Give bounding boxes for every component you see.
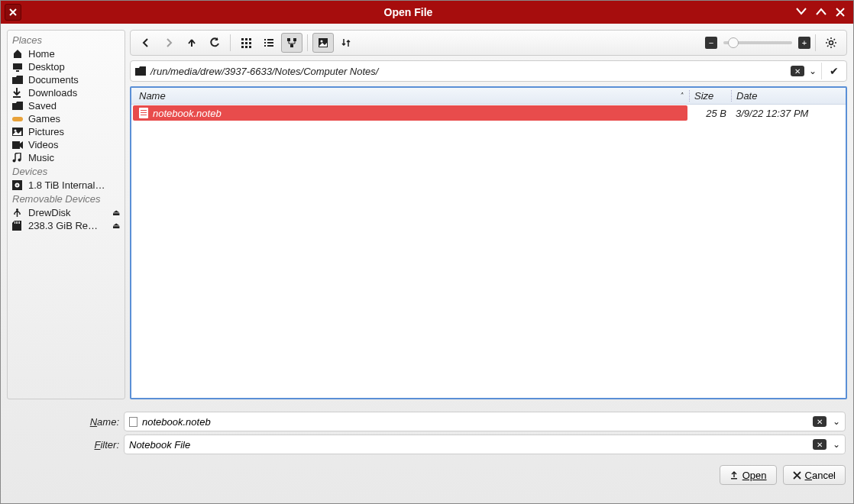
svg-rect-2 <box>13 96 21 98</box>
zoom-in-button[interactable]: + <box>798 37 810 49</box>
svg-rect-23 <box>241 46 244 48</box>
svg-rect-17 <box>241 38 244 40</box>
sidebar-item-label: DrewDisk <box>28 207 71 218</box>
file-icon <box>139 108 148 118</box>
svg-rect-33 <box>293 38 296 41</box>
forward-button[interactable] <box>158 33 180 53</box>
minimize-icon[interactable] <box>795 7 807 18</box>
svg-rect-14 <box>16 221 17 224</box>
sort-button[interactable] <box>335 33 357 53</box>
column-date-header[interactable]: Date <box>731 90 846 102</box>
sidebar-item-label: Music <box>28 152 54 163</box>
svg-rect-27 <box>267 39 273 40</box>
preview-button[interactable] <box>312 33 334 53</box>
open-button[interactable]: Open <box>720 465 777 485</box>
places-sidebar: Places HomeDesktopDocumentsDownloadsSave… <box>7 30 125 399</box>
file-date: 3/9/22 12:37 PM <box>731 108 846 119</box>
sidebar-item-label: Pictures <box>28 126 64 137</box>
toolbar: − + <box>130 30 847 56</box>
places-item[interactable]: Games <box>8 112 125 125</box>
svg-rect-18 <box>245 38 247 40</box>
svg-rect-25 <box>249 46 251 48</box>
music-icon <box>12 153 24 163</box>
places-item[interactable]: Music <box>8 151 125 164</box>
svg-rect-15 <box>18 221 18 224</box>
svg-rect-34 <box>290 44 293 47</box>
devices-header: Devices <box>8 164 125 179</box>
sidebar-item-label: Saved <box>28 100 57 111</box>
name-label: Name: <box>8 416 119 428</box>
file-list: Name ˄ Size Date notebook.noteb25 B3/9/2… <box>130 86 847 399</box>
folder-icon <box>135 66 146 76</box>
svg-rect-38 <box>731 478 737 480</box>
icon-view-button[interactable] <box>235 33 257 53</box>
list-view-button[interactable] <box>258 33 280 53</box>
up-button[interactable] <box>181 33 202 53</box>
eject-icon[interactable]: ⏏ <box>112 208 120 218</box>
zoom-out-button[interactable]: − <box>705 37 717 49</box>
svg-rect-31 <box>267 45 273 47</box>
filter-input[interactable] <box>129 439 808 451</box>
places-item[interactable]: Home <box>8 47 125 60</box>
sd-icon <box>12 221 24 231</box>
places-item[interactable]: Documents <box>8 73 125 86</box>
name-input[interactable] <box>142 416 808 428</box>
filter-field-container: ✕ ⌄ <box>124 435 846 454</box>
svg-rect-6 <box>12 141 20 149</box>
usb-icon <box>12 208 24 218</box>
settings-button[interactable] <box>820 33 842 53</box>
cancel-button[interactable]: Cancel <box>783 465 846 485</box>
places-item[interactable]: Saved <box>8 99 125 112</box>
eject-icon[interactable]: ⏏ <box>112 221 120 231</box>
dialog-buttons: Open Cancel <box>1 462 853 493</box>
close-icon[interactable] <box>835 7 846 18</box>
maximize-icon[interactable] <box>815 7 827 18</box>
path-go-button[interactable]: ✔ <box>827 65 842 77</box>
places-header: Places <box>8 33 125 47</box>
places-item[interactable]: Pictures <box>8 125 125 138</box>
file-row[interactable]: notebook.noteb25 B3/9/22 12:37 PM <box>131 105 846 121</box>
reload-button[interactable] <box>204 33 225 53</box>
download-icon <box>12 88 24 98</box>
sidebar-item-label: Desktop <box>28 61 65 73</box>
places-item[interactable]: Downloads <box>8 86 125 99</box>
back-button[interactable] <box>135 33 157 53</box>
column-size-header[interactable]: Size <box>689 90 731 102</box>
clear-name-button[interactable]: ✕ <box>813 416 827 427</box>
svg-point-8 <box>18 159 21 162</box>
window-controls <box>795 7 853 18</box>
zoom-slider[interactable] <box>723 41 792 44</box>
videos-icon <box>12 141 24 149</box>
removable-item[interactable]: DrewDisk⏏ <box>8 206 125 219</box>
app-close-button[interactable] <box>5 4 21 21</box>
tree-view-button[interactable] <box>281 33 302 53</box>
column-name-header[interactable]: Name ˄ <box>131 90 689 102</box>
name-dropdown-button[interactable]: ⌄ <box>831 416 842 427</box>
svg-rect-3 <box>12 117 23 121</box>
filter-dropdown-button[interactable]: ⌄ <box>831 439 842 450</box>
svg-rect-21 <box>245 42 247 44</box>
places-item[interactable]: Desktop <box>8 60 125 73</box>
svg-rect-16 <box>19 221 20 224</box>
sidebar-item-label: Downloads <box>28 87 77 99</box>
svg-rect-20 <box>241 42 244 44</box>
sidebar-item-label: Videos <box>28 139 59 150</box>
svg-point-11 <box>17 185 18 186</box>
svg-point-37 <box>830 41 833 45</box>
open-file-dialog: Open File Places HomeDesktopDocumentsDow… <box>0 0 854 504</box>
svg-rect-28 <box>264 42 266 44</box>
places-item[interactable]: Videos <box>8 138 125 151</box>
disk-icon <box>12 180 24 190</box>
svg-rect-26 <box>264 39 266 40</box>
path-dropdown-button[interactable]: ⌄ <box>809 66 817 76</box>
clear-filter-button[interactable]: ✕ <box>813 439 827 450</box>
devices-item[interactable]: 1.8 TiB Internal… <box>8 179 125 192</box>
svg-rect-32 <box>287 38 290 41</box>
sidebar-item-label: Home <box>28 48 55 60</box>
file-icon <box>129 417 137 427</box>
path-input[interactable]: /run/media/drew/3937-6633/Notes/Computer… <box>150 66 786 77</box>
clear-path-button[interactable]: ✕ <box>791 66 804 76</box>
sidebar-item-label: Games <box>28 113 60 124</box>
removable-item[interactable]: 238.3 GiB Re…⏏ <box>8 219 125 232</box>
svg-point-12 <box>16 208 18 211</box>
